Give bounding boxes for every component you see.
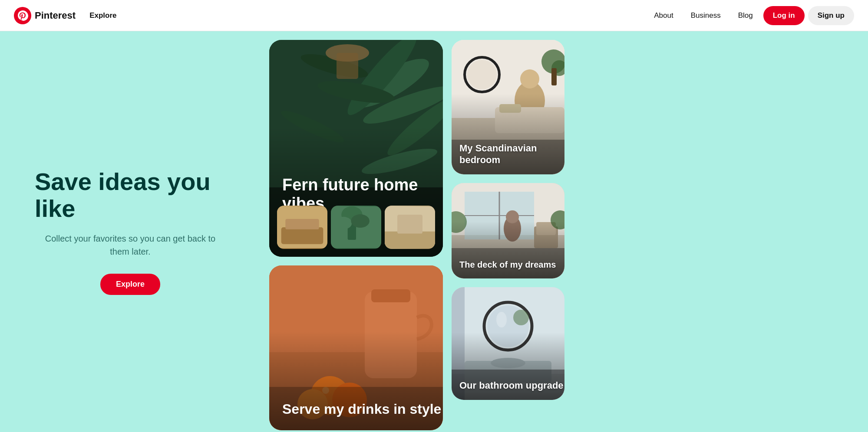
svg-rect-14 (281, 227, 323, 244)
svg-point-0 (14, 7, 31, 24)
scandinavian-card-label: My Scandinavian bedroom (459, 143, 564, 166)
bathroom-card-label: Our bathroom upgrade (459, 380, 564, 391)
board-card-bathroom[interactable]: Our bathroom upgrade (452, 287, 564, 400)
nav-blog[interactable]: Blog (731, 7, 760, 24)
board-card-drinks[interactable]: Serve my drinks in style (269, 265, 443, 430)
signup-button[interactable]: Sign up (808, 6, 854, 25)
svg-rect-46 (551, 68, 557, 85)
hero-subtitle: Collect your favorites so you can get ba… (35, 232, 226, 258)
fern-sub-images (277, 206, 435, 249)
fern-sub-image-2 (331, 206, 381, 249)
svg-rect-15 (285, 219, 319, 229)
deck-card-gradient (452, 221, 564, 278)
logo-link[interactable]: Pinterest (14, 7, 76, 24)
svg-point-41 (520, 69, 539, 88)
nav-explore[interactable]: Explore (84, 8, 122, 23)
hero-text-area: Save ideas you like Collect your favorit… (0, 142, 261, 321)
sub-img-room-illustration (385, 206, 435, 249)
svg-point-39 (467, 60, 497, 89)
header-left: Pinterest Explore (14, 7, 122, 24)
svg-point-21 (351, 214, 370, 228)
svg-rect-24 (397, 215, 422, 234)
svg-rect-9 (337, 53, 358, 79)
svg-point-68 (513, 310, 529, 325)
fern-sub-image-3 (385, 206, 435, 249)
fern-sub-image-1 (277, 206, 327, 249)
pinterest-logo-icon (14, 7, 31, 24)
svg-rect-23 (385, 232, 435, 249)
board-card-scandinavian[interactable]: My Scandinavian bedroom (452, 40, 564, 174)
nav-about[interactable]: About (647, 7, 680, 24)
hero-explore-button[interactable]: Explore (100, 274, 160, 295)
sub-img-bedroom-illustration (277, 206, 327, 249)
deck-card-label: The deck of my dreams (459, 259, 556, 270)
boards-column-left: Fern future home vibes (269, 40, 443, 432)
logo-text: Pinterest (35, 10, 76, 21)
login-button[interactable]: Log in (763, 6, 805, 25)
sub-img-plants-illustration (331, 206, 381, 249)
nav-business[interactable]: Business (684, 7, 728, 24)
hero-title: Save ideas you like (35, 168, 226, 222)
svg-point-20 (335, 217, 352, 229)
header-right: About Business Blog Log in Sign up (647, 6, 854, 25)
svg-rect-29 (371, 289, 410, 302)
board-card-fern[interactable]: Fern future home vibes (269, 40, 443, 257)
board-card-deck[interactable]: The deck of my dreams (452, 183, 564, 278)
hero-section: Save ideas you like Collect your favorit… (0, 31, 868, 432)
hero-boards-area: Fern future home vibes (261, 31, 868, 432)
boards-column-right: My Scandinavian bedroom (452, 40, 564, 432)
svg-point-65 (496, 312, 507, 327)
drinks-card-label: Serve my drinks in style (282, 401, 441, 417)
site-header: Pinterest Explore About Business Blog Lo… (0, 0, 868, 31)
